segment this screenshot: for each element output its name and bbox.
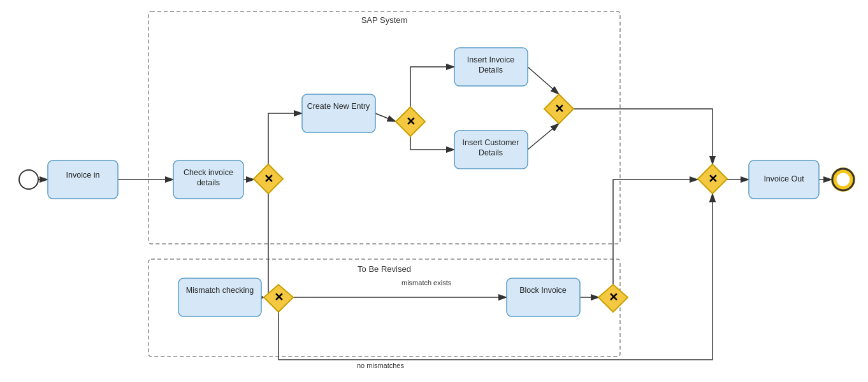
flow-insert-customer-gw3 xyxy=(528,124,559,150)
flow-insert-invoice-gw3 xyxy=(528,67,559,94)
task-block-invoice[interactable] xyxy=(507,278,580,316)
task-insert-customer-label2: Details xyxy=(479,148,503,157)
task-check-invoice-label2: details xyxy=(197,178,220,187)
task-insert-invoice-label: Insert Invoice xyxy=(467,55,514,64)
flow-gw1-create xyxy=(268,113,302,164)
flow-gw2-insert-invoice xyxy=(410,67,454,107)
to-be-revised-label: To Be Revised xyxy=(358,264,411,274)
task-invoice-in[interactable] xyxy=(48,160,118,199)
flow-create-gw2 xyxy=(375,113,396,122)
task-insert-invoice-label2: Details xyxy=(479,66,503,74)
flow-gw2-insert-customer xyxy=(410,136,454,150)
label-no-mismatches: no mismatches xyxy=(357,362,404,369)
task-insert-customer-label: Insert Customer xyxy=(463,138,519,147)
gateway-gw3-x: ✕ xyxy=(554,103,564,115)
task-mismatch-checking[interactable] xyxy=(178,278,261,316)
flow-gw6-gw4 xyxy=(613,180,698,285)
end-event-inner xyxy=(836,173,850,187)
sap-system-pool xyxy=(148,11,620,244)
start-event xyxy=(19,170,38,189)
gateway-gw1-x: ✕ xyxy=(264,173,273,185)
task-check-invoice-label: Check invoice xyxy=(184,168,233,177)
task-invoice-out-label: Invoice Out xyxy=(763,174,804,183)
sap-system-label: SAP System xyxy=(361,15,408,25)
task-mismatch-checking-label: Mismatch checking xyxy=(186,286,254,295)
label-mismatch-exists: mismatch exists xyxy=(401,279,452,286)
gateway-gw6-x: ✕ xyxy=(609,291,618,304)
task-invoice-in-label: Invoice in xyxy=(66,171,100,180)
gateway-gw4-x: ✕ xyxy=(708,173,718,185)
flow-gw3-gw4 xyxy=(574,109,712,164)
task-block-invoice-label: Block Invoice xyxy=(519,286,567,295)
gateway-gw2-x: ✕ xyxy=(406,115,416,128)
bpmn-diagram: SAP System To Be Revised xyxy=(0,0,868,382)
gateway-gw5-x: ✕ xyxy=(274,291,284,304)
task-create-new-entry[interactable] xyxy=(302,94,375,132)
flow-gw5-nomismatch-gw4 xyxy=(278,194,712,360)
task-create-new-entry-label: Create New Entry xyxy=(307,102,370,111)
